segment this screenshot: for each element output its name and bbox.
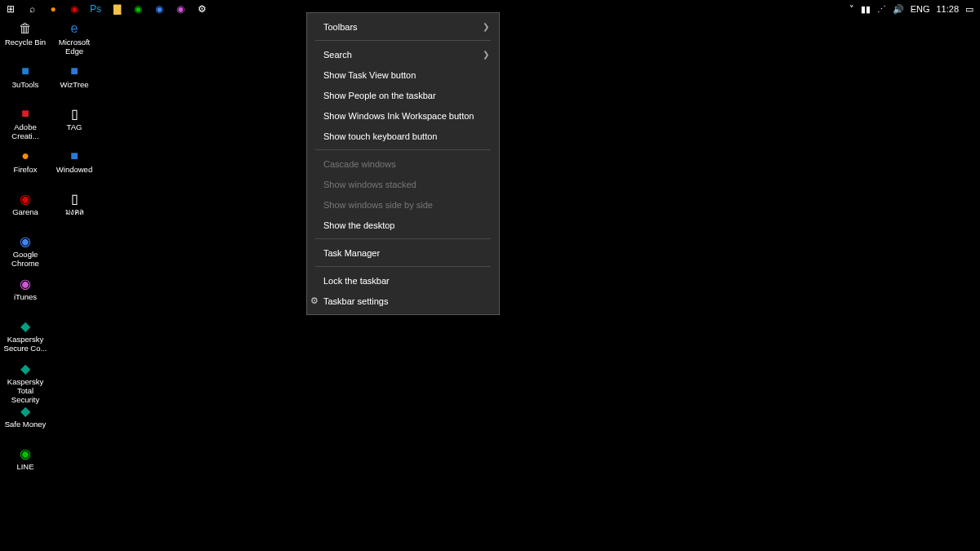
menu-show-desktop[interactable]: Show the desktop [307, 215, 499, 235]
line-icon[interactable]: ◉ [127, 0, 149, 18]
start-button[interactable]: ⊞ [0, 0, 21, 18]
separator [315, 40, 491, 41]
separator [315, 149, 491, 150]
desktop-column-2: eMicrosoft Edge■WizTree▯TAG■Windowed▯มงค… [51, 20, 98, 232]
volume-icon[interactable]: 🔊 [893, 4, 904, 15]
menu-search[interactable]: Search ❯ [307, 44, 499, 64]
menu-show-windows-side-by-side: Show windows side by side [307, 194, 499, 215]
app-icon: ◉ [18, 276, 33, 291]
tray-chevron-icon[interactable]: ˅ [849, 4, 854, 15]
menu-cascade-windows: Cascade windows [307, 153, 499, 174]
app-icon: ◆ [18, 318, 33, 333]
desktop-icon-label: Google Chrome [2, 250, 48, 268]
app-icon: ▯ [67, 191, 82, 206]
menu-label: Show People on the taskbar [323, 91, 436, 100]
desktop-icon[interactable]: eMicrosoft Edge [51, 20, 98, 62]
menu-label: Show touch keyboard button [323, 131, 437, 141]
desktop-icon-label: มงคล [65, 207, 84, 216]
desktop-icon[interactable]: ◆Safe Money [2, 402, 49, 444]
app-icon: ▯ [67, 106, 82, 121]
desktop-icon-label: Microsoft Edge [51, 38, 97, 56]
desktop-icon[interactable]: ▯มงคล [51, 189, 98, 232]
desktop-icon-label: WizTree [60, 80, 88, 89]
menu-show-task-view[interactable]: Show Task View button [307, 64, 499, 85]
menu-label: Show windows stacked [323, 180, 416, 189]
wifi-icon[interactable]: ⋰ [877, 4, 886, 15]
app-icon: ■ [18, 106, 33, 121]
desktop-icon-label: Garena [12, 207, 38, 216]
desktop-icon-label: iTunes [14, 292, 37, 301]
desktop-icon[interactable]: ◉LINE [2, 444, 49, 487]
explorer-icon[interactable]: ▇ [106, 0, 127, 18]
desktop-icon[interactable]: ◆Kaspersky Secure Co... [2, 317, 49, 359]
desktop-icon-label: 3uTools [12, 80, 39, 89]
menu-label: Search [323, 50, 352, 60]
desktop-icon-label: Adobe Creati... [2, 122, 48, 140]
menu-label: Taskbar settings [323, 296, 388, 306]
desktop-icon[interactable]: ◆Kaspersky Total Security [2, 359, 49, 402]
menu-taskbar-settings[interactable]: ⚙ Taskbar settings [307, 291, 499, 311]
itunes-icon[interactable]: ◉ [170, 0, 191, 18]
separator [315, 266, 491, 267]
app-icon: ■ [67, 64, 82, 78]
desktop-icon[interactable]: ▯TAG [51, 104, 98, 147]
garena-icon[interactable]: ◉ [64, 0, 85, 18]
desktop-icon[interactable]: ■WizTree [51, 62, 98, 104]
desktop-icon-label: Recycle Bin [5, 38, 46, 47]
app-icon: ◆ [18, 361, 33, 375]
clock[interactable]: 11:28 [936, 4, 959, 14]
desktop-icon-label: Kaspersky Secure Co... [2, 335, 48, 353]
photoshop-icon[interactable]: Ps [85, 0, 106, 18]
chevron-right-icon: ❯ [483, 50, 489, 59]
app-icon: ■ [67, 149, 82, 163]
separator [315, 238, 491, 239]
language-indicator[interactable]: ENG [911, 4, 930, 14]
desktop-icon[interactable]: ●Firefox [2, 147, 49, 189]
app-icon: ◉ [18, 233, 33, 248]
menu-show-windows-ink[interactable]: Show Windows Ink Workspace button [307, 105, 499, 126]
gear-icon: ⚙ [310, 295, 318, 306]
desktop-icon[interactable]: 🗑Recycle Bin [2, 20, 49, 62]
settings-icon[interactable]: ⚙ [191, 0, 212, 18]
menu-label: Toolbars [323, 22, 358, 32]
system-tray: ˅ ▮▮ ⋰ 🔊 ENG 11:28 ▭ [849, 0, 980, 18]
desktop-icon-label: TAG [67, 122, 82, 131]
app-icon: e [67, 21, 82, 36]
desktop-icon[interactable]: ◉Garena [2, 189, 49, 232]
desktop-icon-label: Windowed [56, 165, 92, 174]
search-icon[interactable]: ⌕ [21, 0, 42, 18]
action-center-icon[interactable]: ▭ [965, 4, 973, 15]
desktop-icon-label: Firefox [13, 165, 37, 174]
desktop-icon[interactable]: ◉Google Chrome [2, 232, 49, 274]
desktop-icon-label: Safe Money [5, 420, 47, 429]
app-icon: 🗑 [18, 21, 33, 36]
menu-show-windows-stacked: Show windows stacked [307, 174, 499, 194]
app-icon: ◉ [18, 446, 33, 460]
desktop-icon[interactable]: ◉iTunes [2, 274, 49, 317]
menu-label: Show windows side by side [323, 200, 433, 210]
desktop-icon-label: Kaspersky Total Security [2, 377, 48, 404]
chrome-icon[interactable]: ◉ [149, 0, 170, 18]
app-icon: ■ [18, 64, 33, 78]
app-icon: ◉ [18, 191, 33, 206]
desktop-icon-label: LINE [16, 462, 33, 471]
firefox-icon[interactable]: ● [42, 0, 64, 18]
menu-label: Show Task View button [323, 70, 416, 80]
menu-task-manager[interactable]: Task Manager [307, 242, 499, 263]
desktop-icon[interactable]: ■3uTools [2, 62, 49, 104]
app-icon: ● [18, 149, 33, 163]
desktop-icon[interactable]: ■Windowed [51, 147, 98, 189]
menu-show-people[interactable]: Show People on the taskbar [307, 85, 499, 105]
menu-label: Cascade windows [323, 159, 396, 169]
taskbar-context-menu: Toolbars ❯ Search ❯ Show Task View butto… [306, 12, 500, 315]
menu-label: Show the desktop [323, 220, 394, 230]
desktop-column-1: 🗑Recycle Bin■3uTools■Adobe Creati...●Fir… [2, 20, 49, 487]
menu-show-touch-keyboard[interactable]: Show touch keyboard button [307, 126, 499, 146]
desktop-icon[interactable]: ■Adobe Creati... [2, 104, 49, 147]
menu-toolbars[interactable]: Toolbars ❯ [307, 16, 499, 37]
battery-icon[interactable]: ▮▮ [861, 4, 871, 15]
menu-lock-taskbar[interactable]: Lock the taskbar [307, 270, 499, 291]
menu-label: Lock the taskbar [323, 276, 390, 286]
app-icon: ◆ [18, 403, 33, 418]
taskbar-left: ⊞⌕●◉Ps▇◉◉◉⚙ [0, 0, 212, 18]
